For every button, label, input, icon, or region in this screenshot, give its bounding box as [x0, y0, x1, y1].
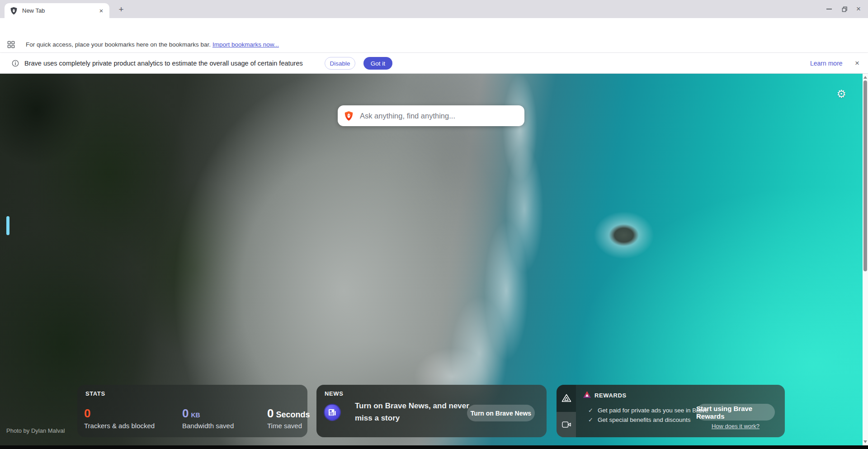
- scrollbar-thumb[interactable]: [863, 80, 867, 271]
- banner-message: Brave uses completely private product an…: [24, 53, 303, 74]
- tab-title: New Tab: [22, 7, 97, 14]
- toolbar: [0, 18, 868, 37]
- page-scrollbar[interactable]: [863, 74, 868, 445]
- window-minimize-button[interactable]: [826, 0, 832, 18]
- start-using-brave-rewards-button[interactable]: Start using Brave Rewards: [696, 404, 775, 421]
- brave-news-icon: [324, 404, 341, 421]
- new-tab-page: ⚙ Photo by Dylan Malval STATS 0 Trackers…: [0, 74, 863, 445]
- window-restore-button[interactable]: [842, 0, 848, 18]
- stat-unit: KB: [191, 411, 200, 419]
- news-headline: Turn on Brave News, and never miss a sto…: [355, 400, 486, 424]
- stat-number: 0: [182, 406, 189, 420]
- stat-number: 0: [267, 406, 274, 420]
- customize-gear-icon[interactable]: ⚙: [835, 87, 848, 101]
- rewards-benefits-list: ✓Get paid for private ads you see in Bra…: [588, 406, 708, 425]
- camera-icon: [562, 421, 571, 428]
- brave-search-box[interactable]: [338, 105, 524, 126]
- analytics-banner: Brave uses completely private product an…: [0, 53, 868, 74]
- check-icon: ✓: [588, 407, 593, 414]
- bat-outline-icon: [561, 393, 571, 402]
- bookmarks-hint-message: For quick access, place your bookmarks h…: [26, 41, 211, 48]
- got-it-button[interactable]: Got it: [363, 57, 392, 70]
- stat-value: 0KB: [182, 406, 200, 421]
- news-card: NEWS Turn on Brave News, and never miss …: [316, 385, 547, 437]
- restore-icon: [842, 6, 848, 12]
- turn-on-brave-news-button[interactable]: Turn on Brave News: [467, 405, 535, 421]
- stat-label: Bandwidth saved: [182, 422, 234, 430]
- search-input[interactable]: [359, 111, 518, 121]
- scrollbar-up-arrow-icon[interactable]: [863, 76, 867, 79]
- stat-value: 0: [84, 406, 90, 421]
- stats-card-title: STATS: [85, 390, 105, 397]
- new-tab-button[interactable]: +: [116, 4, 127, 15]
- rewards-card: REWARDS ✓Get paid for private ads you se…: [557, 385, 785, 437]
- benefit-text: Get special benefits and discounts: [598, 416, 691, 423]
- edge-scroll-indicator: [6, 216, 9, 235]
- benefit-text: Get paid for private ads you see in Brav…: [598, 407, 708, 414]
- stat-label: Trackers & ads blocked: [84, 422, 155, 430]
- tab-close-icon[interactable]: ×: [97, 6, 106, 15]
- brave-lion-favicon-icon: [10, 7, 18, 15]
- info-icon: [12, 60, 19, 67]
- learn-more-link[interactable]: Learn more: [810, 53, 843, 74]
- apps-grid-icon[interactable]: [5, 39, 16, 50]
- check-icon: ✓: [588, 416, 593, 423]
- stat-value: 0Seconds: [267, 406, 310, 421]
- stat-unit: Seconds: [276, 410, 310, 419]
- rewards-widget-tab[interactable]: [557, 390, 576, 406]
- tab-new-tab[interactable]: New Tab ×: [5, 3, 109, 18]
- rewards-card-title: REWARDS: [594, 392, 627, 399]
- news-card-title: NEWS: [325, 390, 343, 397]
- bookmarks-bar: For quick access, place your bookmarks h…: [0, 37, 868, 53]
- import-bookmarks-link[interactable]: Import bookmarks now...: [212, 41, 279, 48]
- rewards-benefit-item: ✓Get special benefits and discounts: [588, 415, 708, 425]
- rewards-benefit-item: ✓Get paid for private ads you see in Bra…: [588, 406, 708, 415]
- scrollbar-down-arrow-icon[interactable]: [863, 440, 867, 443]
- banner-close-icon[interactable]: ×: [852, 53, 863, 74]
- disable-button[interactable]: Disable: [325, 57, 355, 70]
- talk-widget-tab[interactable]: [557, 412, 576, 437]
- bottom-edge-strip: [0, 445, 868, 449]
- bat-logo-icon: [583, 391, 591, 398]
- photo-credit: Photo by Dylan Malval: [6, 427, 65, 434]
- widget-rail: [557, 385, 576, 437]
- window-close-button[interactable]: ×: [856, 0, 861, 18]
- browser-window: New Tab × + ×: [0, 0, 868, 449]
- minimize-icon: [826, 9, 832, 9]
- bookmarks-hint-text: For quick access, place your bookmarks h…: [26, 41, 279, 48]
- how-does-it-work-link[interactable]: How does it work?: [696, 423, 775, 430]
- stats-card: STATS 0 Trackers & ads blocked 0KB Bandw…: [77, 385, 307, 437]
- brave-shield-logo-icon: [344, 111, 354, 121]
- tab-strip: New Tab × + ×: [0, 0, 868, 18]
- stat-label: Time saved: [267, 422, 302, 430]
